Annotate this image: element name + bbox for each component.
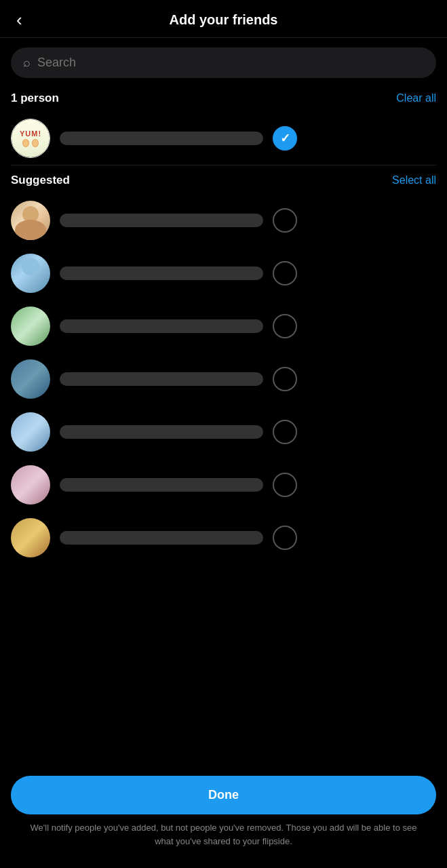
done-section: Done We'll notify people you've added, b… <box>0 766 447 868</box>
user-name-placeholder <box>60 267 263 280</box>
list-item <box>0 300 447 353</box>
list-item <box>0 194 447 247</box>
user-name-placeholder <box>60 478 263 492</box>
done-button[interactable]: Done <box>11 776 436 814</box>
avatar <box>11 465 50 505</box>
selected-user-item: YUM! <box>0 112 447 165</box>
search-bar: ⌕ <box>11 47 436 78</box>
list-item <box>0 353 447 406</box>
avatar <box>11 359 50 399</box>
suggested-section: Suggested Select all <box>0 170 447 564</box>
user-name-placeholder <box>60 531 263 545</box>
header: ‹ Add your friends <box>0 0 447 38</box>
search-container: ⌕ <box>0 38 447 87</box>
select-checkbox[interactable] <box>273 526 297 550</box>
list-item <box>0 406 447 458</box>
user-name-placeholder <box>60 372 263 386</box>
selected-section-header: 1 person Clear all <box>0 87 447 112</box>
select-checkbox[interactable] <box>273 367 297 391</box>
page-title: Add your friends <box>169 12 277 28</box>
search-icon: ⌕ <box>23 56 31 70</box>
user-name-placeholder <box>60 132 263 145</box>
select-checkbox[interactable] <box>273 420 297 444</box>
clear-all-button[interactable]: Clear all <box>396 92 436 104</box>
avatar: YUM! <box>11 119 50 158</box>
select-checkbox[interactable] <box>273 126 297 151</box>
select-checkbox[interactable] <box>273 314 297 338</box>
suggested-label: Suggested <box>11 174 70 187</box>
selected-count-label: 1 person <box>11 92 59 105</box>
list-item <box>0 458 447 511</box>
list-item <box>0 247 447 300</box>
user-name-placeholder <box>60 214 263 227</box>
search-input[interactable] <box>37 56 424 70</box>
avatar <box>11 412 50 452</box>
divider <box>11 165 436 165</box>
select-checkbox[interactable] <box>273 473 297 497</box>
yum-sticker: YUM! <box>12 119 50 157</box>
user-name-placeholder <box>60 425 263 439</box>
content-area: ⌕ 1 person Clear all YUM! Suggested Sele… <box>0 38 447 673</box>
select-all-button[interactable]: Select all <box>392 174 436 186</box>
select-checkbox[interactable] <box>273 261 297 285</box>
back-button[interactable]: ‹ <box>11 7 28 33</box>
footer-note: We'll notify people you've added, but no… <box>11 814 436 861</box>
avatar <box>11 518 50 557</box>
avatar <box>11 201 50 240</box>
avatar <box>11 254 50 293</box>
select-checkbox[interactable] <box>273 208 297 233</box>
suggested-section-header: Suggested Select all <box>0 170 447 194</box>
avatar <box>11 307 50 346</box>
user-name-placeholder <box>60 319 263 333</box>
list-item <box>0 511 447 564</box>
